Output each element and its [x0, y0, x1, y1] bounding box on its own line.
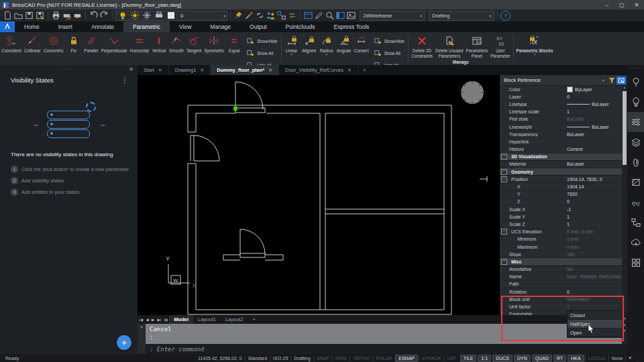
prop-row-block-unit[interactable]: Block unitMillimeters	[500, 296, 622, 303]
entity-type-select[interactable]: Block Reference ▾	[501, 77, 607, 83]
section-misc[interactable]: −Misc	[500, 258, 622, 265]
prop-row-rotation[interactable]: Rotation0	[500, 288, 622, 296]
prop-row-path[interactable]: Path	[500, 281, 622, 288]
prop-row-linetype-scale[interactable]: Linetype scale1	[500, 109, 622, 116]
prop-row-scale-x[interactable]: Scale X-1	[500, 206, 622, 213]
prop-row-name[interactable]: NameDoor_Visibility_RefCurves	[500, 274, 622, 281]
minimize-button[interactable]: –	[600, 0, 614, 9]
concentric-button[interactable]: Concentric	[42, 34, 65, 54]
section-geometry[interactable]: −Geometry	[500, 168, 622, 176]
close-tab-icon[interactable]: ✕	[200, 68, 204, 73]
layout-nav-icon[interactable]: |◀	[138, 317, 144, 322]
delete-2d-constraints-button[interactable]: Delete 2DConstraints	[410, 34, 434, 59]
dock-components-icon[interactable]	[627, 253, 644, 273]
swing-option-closed[interactable]: Closed	[568, 311, 623, 320]
show-all-button[interactable]: Show All	[245, 48, 277, 58]
close-tab-icon[interactable]: ✕	[158, 68, 162, 73]
doc-tab-dummy-floor-plan-[interactable]: Dummy_floor_plan*✕	[211, 65, 279, 75]
status--[interactable]: ▾	[625, 355, 634, 361]
sun-icon[interactable]	[129, 10, 140, 21]
ribbon-tab-parametric[interactable]: Parametric	[123, 21, 170, 32]
layout-nav-icon[interactable]: ◀	[144, 317, 150, 322]
snap-icon[interactable]	[276, 11, 286, 20]
status-lockui[interactable]: LOCKUI	[585, 355, 608, 361]
parallel-button[interactable]: Parallel	[83, 34, 100, 54]
quick-select-icon[interactable]	[616, 76, 626, 84]
layout-tab-model[interactable]: Model	[169, 315, 193, 324]
print-preview-icon[interactable]	[62, 11, 72, 20]
dock-structure-icon[interactable]	[627, 213, 644, 233]
prop-row-x[interactable]: X1904.14	[500, 183, 622, 190]
new-file-icon[interactable]	[3, 11, 13, 20]
prop-row-plot-style[interactable]: Plot styleByColor	[500, 116, 622, 123]
status-dyn[interactable]: DYN	[514, 355, 531, 362]
status-lwt[interactable]: LWT	[443, 355, 459, 361]
filter-icon[interactable]	[607, 76, 616, 84]
smooth-button[interactable]: Smooth	[168, 34, 185, 54]
mini-scroll-arrows[interactable]: ▾ ▴ ▾	[622, 316, 627, 345]
equal-button[interactable]: Equal	[225, 34, 243, 54]
open-file-icon[interactable]	[13, 11, 23, 20]
aligned-button[interactable]: Aligned	[301, 34, 318, 54]
dock-layers-icon[interactable]	[627, 132, 644, 152]
prop-row-position[interactable]: −Position1904.14, 7830, 0	[500, 176, 622, 183]
prop-row-history[interactable]: HistoryCurrent	[500, 146, 622, 154]
status-tile[interactable]: TILE	[460, 355, 477, 362]
panel-close-icon[interactable]: ✕	[129, 66, 133, 72]
status-ortho[interactable]: ORTHO	[350, 355, 372, 361]
bulb-icon[interactable]	[117, 10, 128, 21]
ribbon-tab-home[interactable]: Home	[15, 21, 49, 32]
doc-tab-start[interactable]: Start✕	[138, 65, 169, 75]
close-tab-icon[interactable]: ✕	[347, 68, 352, 73]
layer-control[interactable]: 0▾	[115, 11, 227, 21]
dock-attachments-icon[interactable]	[627, 152, 644, 172]
window-icon[interactable]	[303, 11, 313, 20]
prop-row-unit-factor[interactable]: Unit factor1	[500, 303, 622, 310]
angular-button[interactable]: Angular	[335, 34, 353, 54]
show-hide-button[interactable]: Show/Hide	[245, 36, 277, 46]
help-icon[interactable]: ?	[500, 11, 511, 21]
drawing-canvas[interactable]: Y W X	[138, 75, 500, 315]
status-polar[interactable]: POLAR	[373, 355, 395, 361]
status-ducs[interactable]: DUCS	[492, 355, 513, 362]
layout-nav-icon[interactable]: ▶|	[156, 317, 162, 322]
command-history[interactable]: Cancel :	[146, 324, 627, 344]
status-standard[interactable]: Standard	[245, 355, 270, 361]
ribbon-tab-pointclouds[interactable]: Pointclouds	[276, 21, 325, 32]
vertical-button[interactable]: Vertical	[150, 34, 168, 54]
command-line-grip[interactable]: ✕ ⋮	[138, 324, 146, 354]
layout-tab-layout2[interactable]: Layout2	[221, 315, 248, 324]
prop-row-scale-y[interactable]: Scale Y1	[500, 213, 622, 221]
horizontal-button[interactable]: Horizontal	[129, 34, 150, 54]
panel-drag-handle[interactable]: ····	[62, 66, 72, 72]
status-1-1[interactable]: 1:1	[478, 355, 491, 362]
prop-row-annotative[interactable]: AnnotativeNo	[500, 266, 622, 274]
swatch-icon[interactable]	[166, 10, 176, 21]
freeze-icon[interactable]	[142, 10, 152, 21]
user-parameter-button[interactable]: X=10UserParameter	[489, 34, 511, 59]
prop-row-transparency[interactable]: TransparencyByLayer	[500, 131, 622, 138]
status-none[interactable]: None	[608, 355, 626, 361]
status-grid[interactable]: GRID	[332, 355, 350, 361]
bucket-icon[interactable]	[233, 11, 244, 20]
save-icon[interactable]	[24, 11, 34, 20]
dock-assistant-icon[interactable]	[627, 92, 644, 112]
status-strack[interactable]: STRACK	[419, 355, 443, 361]
ribbon-tab-annotate[interactable]: Annotate	[82, 21, 123, 32]
command-close-icon[interactable]: ✕	[140, 324, 143, 329]
status-snap[interactable]: SNAP	[313, 355, 332, 361]
scroll-up-icon[interactable]: ▴	[624, 85, 626, 90]
collapse-icon[interactable]: −	[501, 154, 507, 160]
radius-button[interactable]: Radius▾	[318, 34, 335, 56]
status-hka[interactable]: HKA	[568, 355, 584, 362]
redo-icon[interactable]	[99, 11, 109, 20]
dock-parameters-icon[interactable]: f(x)	[627, 192, 644, 213]
panel-menu-icon[interactable]: ⋮	[121, 76, 128, 84]
maximize-button[interactable]: ▢	[614, 0, 629, 9]
pencil-icon[interactable]	[314, 11, 324, 20]
prop-row-scale-z[interactable]: Scale Z1	[500, 221, 622, 228]
linear-button[interactable]: Linear▾	[283, 34, 301, 56]
add-parameter-button[interactable]: +	[117, 335, 131, 350]
prop-row-z[interactable]: Z0	[500, 198, 622, 206]
collinear-button[interactable]: Collinear	[23, 34, 42, 54]
